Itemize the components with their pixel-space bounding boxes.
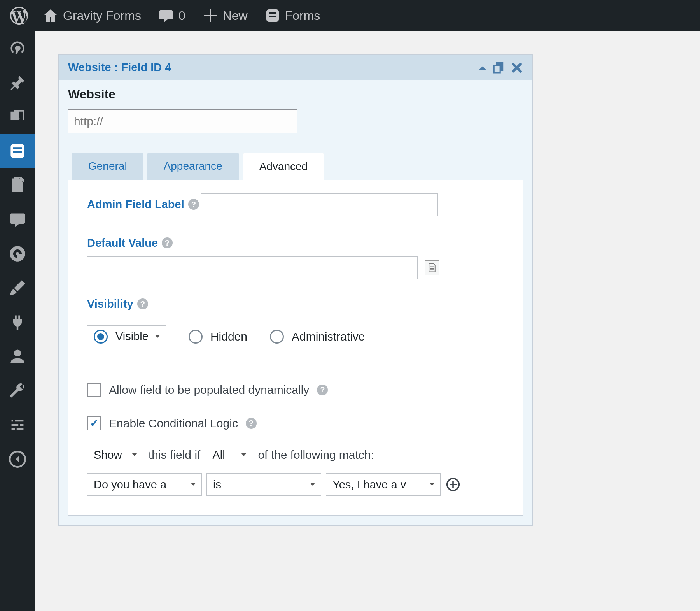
admin-comments[interactable]: 0 (150, 8, 194, 23)
conditional-logic-checkbox[interactable]: ✓ (87, 416, 101, 430)
collapse-arrow-icon[interactable] (478, 64, 487, 71)
comments-count: 0 (178, 9, 186, 23)
forms-menu-icon (9, 142, 26, 160)
menu-users[interactable] (0, 339, 35, 374)
radio-visible[interactable]: Visible (87, 325, 166, 348)
menu-gravity[interactable] (0, 237, 35, 271)
allow-dynamic-row: Allow field to be populated dynamically (87, 383, 504, 397)
panel-header[interactable]: Website : Field ID 4 (59, 55, 532, 80)
menu-forms[interactable] (0, 134, 35, 168)
help-icon[interactable] (246, 418, 257, 429)
admin-sidebar (0, 31, 35, 611)
plus-circle-icon (446, 478, 460, 492)
help-icon[interactable] (137, 298, 148, 309)
tab-advanced[interactable]: Advanced (243, 153, 325, 181)
cl-value-select[interactable]: Yes, I have a v (326, 473, 441, 496)
svg-rect-2 (269, 16, 276, 17)
media-icon (9, 108, 26, 125)
cl-field-select[interactable]: Do you have a (87, 473, 202, 496)
menu-posts[interactable] (0, 65, 35, 100)
tab-appearance[interactable]: Appearance (147, 153, 239, 180)
cl-operator-select[interactable]: is (206, 473, 321, 496)
comment-icon (158, 8, 174, 23)
radio-hidden[interactable]: Hidden (189, 325, 247, 348)
wordpress-icon (10, 7, 28, 25)
new-label: New (223, 9, 248, 23)
document-icon (427, 263, 437, 273)
admin-forms[interactable]: Forms (256, 8, 329, 23)
help-icon[interactable] (162, 237, 173, 248)
menu-settings[interactable] (0, 408, 35, 442)
menu-collapse[interactable] (0, 442, 35, 476)
field-settings-panel: Website : Field ID 4 Website General App… (58, 54, 533, 526)
duplicate-icon[interactable] (493, 61, 505, 74)
comments-menu-icon (9, 211, 26, 228)
tab-general[interactable]: General (72, 153, 144, 180)
cl-action-select[interactable]: Show (87, 444, 143, 466)
forms-icon (265, 8, 280, 23)
admin-bar: Gravity Forms 0 New Forms (0, 0, 700, 31)
plus-icon (203, 8, 218, 23)
panel-title: Website : Field ID 4 (68, 61, 171, 74)
advanced-tab-panel: Admin Field Label Default Value Visibili… (68, 180, 523, 516)
gravity-icon (9, 245, 26, 262)
content-area: Website : Field ID 4 Website General App… (35, 31, 700, 611)
add-rule-button[interactable] (445, 477, 461, 492)
conditional-rule: Do you have a is Yes, I have a v (87, 473, 504, 496)
menu-tools[interactable] (0, 374, 35, 408)
menu-plugins[interactable] (0, 305, 35, 339)
dashboard-icon (9, 40, 26, 57)
pages-icon (9, 177, 26, 194)
cl-match-select[interactable]: All (206, 444, 252, 466)
conditional-sentence: Show this field if All of the following … (87, 444, 504, 466)
user-icon (9, 348, 26, 365)
conditional-logic-row: ✓ Enable Conditional Logic (87, 416, 504, 430)
admin-field-label-heading: Admin Field Label (87, 198, 199, 211)
delete-icon[interactable] (511, 61, 523, 74)
menu-appearance[interactable] (0, 271, 35, 305)
settings-tabs: General Appearance Advanced (72, 153, 523, 180)
brush-icon (9, 279, 26, 297)
wrench-icon (9, 382, 26, 399)
menu-pages[interactable] (0, 168, 35, 202)
menu-media[interactable] (0, 100, 35, 134)
admin-home[interactable]: Gravity Forms (34, 8, 150, 23)
pin-icon (9, 74, 26, 91)
menu-dashboard[interactable] (0, 31, 35, 65)
home-icon (43, 8, 58, 23)
field-label-text: Website (68, 87, 523, 102)
admin-new[interactable]: New (194, 8, 256, 23)
default-value-input[interactable] (87, 256, 418, 279)
help-icon[interactable] (317, 385, 328, 395)
site-title: Gravity Forms (63, 9, 141, 23)
collapse-icon (9, 451, 26, 468)
allow-dynamic-checkbox[interactable] (87, 383, 101, 397)
plug-icon (9, 314, 26, 331)
svg-rect-5 (13, 151, 22, 153)
admin-field-label-input[interactable] (201, 193, 438, 216)
wp-logo[interactable] (5, 7, 34, 25)
svg-rect-4 (13, 147, 22, 149)
menu-comments[interactable] (0, 202, 35, 237)
merge-tag-button[interactable] (425, 260, 439, 275)
forms-label: Forms (285, 9, 320, 23)
visibility-heading: Visibility (87, 298, 148, 311)
svg-rect-1 (269, 12, 276, 14)
visibility-radios: Visible Hidden Administrative (87, 325, 504, 348)
sliders-icon (9, 416, 26, 434)
website-url-input[interactable] (68, 109, 298, 133)
radio-administrative[interactable]: Administrative (270, 325, 365, 348)
default-value-heading: Default Value (87, 237, 173, 249)
help-icon[interactable] (188, 199, 199, 210)
